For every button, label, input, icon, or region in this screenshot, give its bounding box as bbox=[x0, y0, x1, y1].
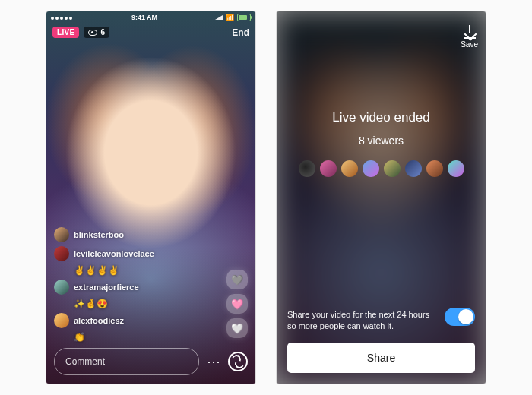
comment-username: levilcleavonlovelace bbox=[74, 249, 154, 258]
avatar bbox=[54, 246, 69, 261]
comment-input[interactable] bbox=[54, 348, 199, 375]
live-header: LIVE 6 End bbox=[52, 27, 249, 38]
signal-dots-icon bbox=[51, 14, 74, 21]
save-label: Save bbox=[461, 40, 478, 49]
phone-live-ended: Save Live video ended 8 viewers Share yo… bbox=[277, 11, 486, 384]
viewer-avatar[interactable] bbox=[341, 160, 358, 177]
ios-status-bar: 9:41 AM 📶 bbox=[46, 11, 255, 24]
status-time: 9:41 AM bbox=[131, 14, 157, 21]
phone-live-broadcast: 9:41 AM 📶 LIVE 6 End blinksterboo levil bbox=[46, 11, 255, 384]
viewer-avatar[interactable] bbox=[448, 160, 464, 177]
share-block: Share your video for the next 24 hours s… bbox=[287, 309, 475, 373]
avatar bbox=[54, 313, 69, 328]
save-button[interactable]: Save bbox=[461, 27, 478, 49]
comment-reaction: 👏 bbox=[54, 332, 202, 343]
end-live-button[interactable]: End bbox=[232, 27, 249, 38]
more-options-icon[interactable]: ⋯ bbox=[207, 355, 220, 368]
switch-camera-icon[interactable] bbox=[228, 352, 248, 371]
viewer-avatar[interactable] bbox=[384, 160, 401, 177]
comment-row[interactable]: blinksterboo bbox=[54, 227, 202, 242]
viewer-avatar[interactable] bbox=[320, 160, 337, 177]
download-icon bbox=[464, 27, 476, 39]
viewer-avatar[interactable] bbox=[363, 160, 379, 177]
ended-summary: Live video ended 8 viewers bbox=[277, 110, 486, 177]
live-comments: blinksterboo levilcleavonlovelace ✌️✌️✌️… bbox=[54, 227, 202, 343]
comment-username: extramajorfierce bbox=[74, 283, 139, 292]
viewer-count-badge[interactable]: 6 bbox=[84, 27, 109, 38]
viewer-count: 6 bbox=[100, 28, 105, 36]
ended-title: Live video ended bbox=[277, 110, 486, 125]
heart-bubble: 🩶 bbox=[226, 270, 248, 289]
viewer-avatar-row bbox=[277, 160, 486, 177]
live-badge: LIVE bbox=[52, 27, 79, 38]
status-right-cluster: 📶 bbox=[215, 14, 251, 21]
comment-row[interactable]: alexfoodiesz bbox=[54, 313, 202, 328]
wifi-icon: 📶 bbox=[226, 14, 234, 21]
viewer-avatar[interactable] bbox=[426, 160, 443, 177]
comment-row[interactable]: extramajorfierce bbox=[54, 280, 202, 295]
comment-reaction: ✨🤞😍 bbox=[54, 299, 202, 309]
ended-viewer-count: 8 viewers bbox=[277, 134, 486, 147]
avatar bbox=[54, 227, 69, 242]
heart-bubble: 🩷 bbox=[226, 294, 248, 314]
comment-row[interactable]: levilcleavonlovelace bbox=[54, 246, 202, 261]
viewer-avatar[interactable] bbox=[405, 160, 422, 177]
share-toggle[interactable] bbox=[445, 308, 475, 326]
comment-bar: ⋯ bbox=[54, 349, 248, 374]
cell-signal-icon bbox=[215, 15, 223, 20]
avatar bbox=[54, 280, 69, 295]
eye-icon bbox=[88, 30, 97, 36]
comment-username: alexfoodiesz bbox=[74, 316, 124, 325]
battery-icon bbox=[237, 14, 251, 21]
comment-reaction: ✌️✌️✌️✌️ bbox=[54, 265, 202, 276]
share-button[interactable]: Share bbox=[287, 343, 475, 373]
two-phone-promo: 9:41 AM 📶 LIVE 6 End blinksterboo levil bbox=[0, 0, 532, 395]
comment-username: blinksterboo bbox=[74, 230, 124, 239]
viewer-avatar[interactable] bbox=[299, 160, 315, 177]
heart-bubble: 🤍 bbox=[226, 318, 248, 338]
floating-reactions: 🩶 🩷 🤍 bbox=[226, 270, 248, 338]
